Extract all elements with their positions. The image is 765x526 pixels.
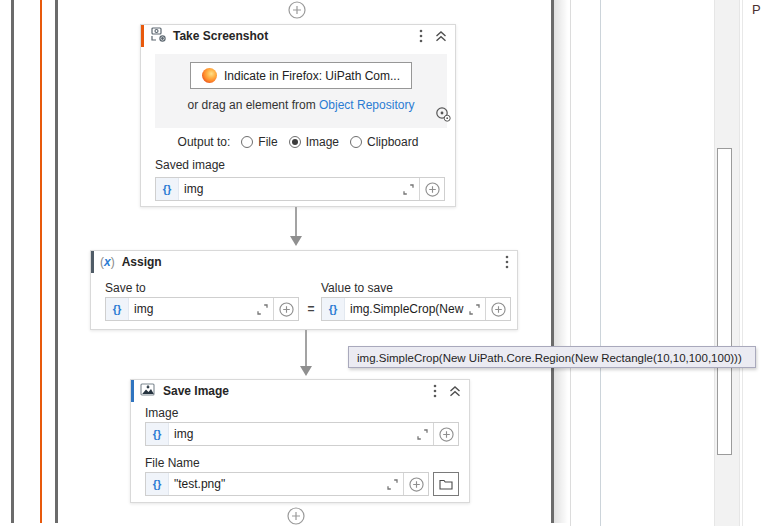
- activity-menu-button[interactable]: [505, 255, 509, 269]
- browse-file-button[interactable]: [433, 472, 459, 496]
- radio-clipboard-label: Clipboard: [367, 135, 418, 149]
- panel-divider-3: [742, 0, 743, 526]
- collapse-button[interactable]: [449, 386, 461, 397]
- connector-line: [305, 330, 307, 367]
- saved-image-label: Saved image: [155, 158, 225, 172]
- expression-braces-icon: {}: [146, 423, 169, 445]
- image-input-row: {} img: [145, 422, 459, 446]
- vertical-scrollbar-thumb[interactable]: [717, 148, 732, 455]
- radio-file-label: File: [258, 135, 277, 149]
- indicate-in-firefox-button[interactable]: Indicate in Firefox: UiPath Com...: [190, 62, 412, 89]
- output-to-label: Output to:: [178, 135, 231, 149]
- connector-arrowhead: [300, 366, 312, 376]
- activity-title: Assign: [122, 255, 162, 269]
- expression-braces-icon: {}: [156, 178, 179, 200]
- open-expression-editor-icon[interactable]: [382, 479, 403, 490]
- save-image-header[interactable]: Save Image: [131, 380, 469, 402]
- indicate-button-label: Indicate in Firefox: UiPath Com...: [224, 69, 400, 83]
- add-expression-button[interactable]: [419, 178, 444, 200]
- panel-divider-2: [600, 0, 601, 526]
- file-name-label: File Name: [145, 456, 200, 470]
- save-to-input-row: {} img: [105, 297, 299, 321]
- workflow-canvas: P Take Screenshot In: [0, 0, 765, 526]
- saved-image-input-row: {} img: [155, 177, 445, 201]
- activity-take-screenshot[interactable]: Take Screenshot Indicate in Firefox: UiP…: [140, 24, 456, 207]
- radio-clipboard[interactable]: Clipboard: [350, 135, 418, 149]
- activity-title: Save Image: [163, 384, 229, 398]
- assign-icon-close: ): [111, 255, 115, 269]
- collapse-button[interactable]: [435, 31, 447, 42]
- expression-braces-icon: {}: [106, 298, 129, 320]
- equals-sign: =: [303, 297, 319, 321]
- save-to-input[interactable]: {} img: [105, 297, 299, 321]
- container-border-left-highlight: [40, 0, 42, 523]
- firefox-icon: [202, 68, 217, 83]
- connector-line: [295, 207, 297, 237]
- drag-element-text: or drag an element from Object Repositor…: [188, 98, 415, 112]
- saved-image-input[interactable]: {} img: [155, 177, 445, 201]
- radio-image-label: Image: [306, 135, 339, 149]
- file-name-value[interactable]: "test.png": [169, 477, 382, 491]
- image-value[interactable]: img: [169, 427, 412, 441]
- radio-circle-checked-icon: [289, 136, 301, 148]
- panel-divider-1: [570, 0, 571, 526]
- take-screenshot-header[interactable]: Take Screenshot: [141, 25, 455, 47]
- indicate-section: Indicate in Firefox: UiPath Com... or dr…: [155, 54, 447, 128]
- add-expression-button[interactable]: [485, 298, 510, 320]
- value-to-save-input-row: {} img.SimpleCrop(New UiPath.Core.Region…: [321, 297, 511, 321]
- open-expression-editor-icon[interactable]: [398, 184, 419, 195]
- object-repository-link[interactable]: Object Repository: [319, 98, 414, 112]
- add-expression-button[interactable]: [433, 423, 458, 445]
- open-expression-editor-icon[interactable]: [252, 304, 273, 315]
- value-to-save-value[interactable]: img.SimpleCrop(New UiPath.Core.Region(Ne…: [345, 302, 464, 316]
- add-activity-button-bottom[interactable]: [287, 507, 305, 525]
- value-to-save-label: Value to save: [321, 281, 393, 295]
- image-label: Image: [145, 406, 178, 420]
- file-name-input-row: {} "test.png": [145, 472, 459, 496]
- radio-image[interactable]: Image: [289, 135, 339, 149]
- drag-prefix-text: or drag an element from: [188, 98, 316, 112]
- activity-menu-button[interactable]: [433, 384, 437, 398]
- value-to-save-input[interactable]: {} img.SimpleCrop(New UiPath.Core.Region…: [321, 297, 511, 321]
- save-image-icon: [140, 382, 156, 401]
- plus-circle-icon: [287, 511, 305, 526]
- add-expression-button[interactable]: [273, 298, 298, 320]
- folder-icon: [439, 478, 453, 490]
- activity-assign[interactable]: (x) Assign Save to {} img = Value to sav…: [90, 250, 518, 330]
- expression-braces-icon: {}: [146, 473, 169, 495]
- activity-title: Take Screenshot: [173, 29, 268, 43]
- image-input[interactable]: {} img: [145, 422, 459, 446]
- save-to-label: Save to: [105, 281, 146, 295]
- radio-circle-icon: [350, 136, 362, 148]
- add-activity-button-top[interactable]: [288, 1, 306, 19]
- indicate-target-icon[interactable]: [435, 106, 451, 126]
- radio-circle-icon: [241, 136, 253, 148]
- container-border-left-outer: [11, 0, 14, 523]
- take-screenshot-icon: [150, 26, 166, 46]
- canvas-edge-shadow: [554, 0, 568, 523]
- open-expression-editor-icon[interactable]: [464, 304, 485, 315]
- open-expression-editor-icon[interactable]: [412, 429, 433, 440]
- saved-image-value[interactable]: img: [179, 182, 398, 196]
- expression-tooltip: img.SimpleCrop(New UiPath.Core.Region(Ne…: [348, 346, 756, 368]
- activity-save-image[interactable]: Save Image Image {} img File Name: [130, 379, 470, 503]
- save-to-value[interactable]: img: [129, 302, 252, 316]
- plus-circle-icon: [288, 5, 306, 22]
- assign-header[interactable]: (x) Assign: [91, 251, 517, 273]
- activity-menu-button[interactable]: [419, 29, 423, 43]
- output-to-row: Output to: File Image Clipboard: [141, 135, 455, 149]
- container-border-left-inner: [55, 0, 58, 523]
- expression-braces-icon: {}: [322, 298, 345, 320]
- add-expression-button[interactable]: [403, 473, 428, 495]
- radio-file[interactable]: File: [241, 135, 277, 149]
- assign-icon: (x): [100, 255, 115, 269]
- connector-arrowhead: [290, 236, 302, 246]
- properties-panel-title-partial: P: [752, 2, 761, 17]
- assign-icon-x: x: [104, 255, 111, 269]
- file-name-input[interactable]: {} "test.png": [145, 472, 429, 496]
